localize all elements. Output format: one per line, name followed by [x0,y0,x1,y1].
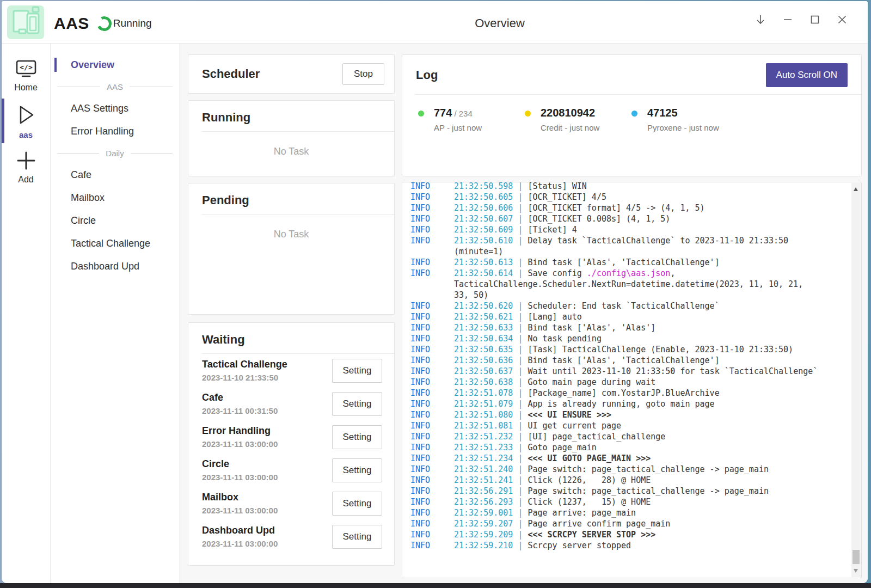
log-line: INFO21:32:50.637 | Wait until 2023-11-10… [410,366,850,377]
sidebar-section-aas: AAS [51,76,179,97]
waiting-task-cafe: Cafe2023-11-11 00:31:50Setting [188,387,394,420]
stop-button[interactable]: Stop [342,63,384,85]
log-line: INFO21:32:51.080 | <<< UI ENSURE >>> [410,409,850,420]
setting-button-mailbox[interactable]: Setting [332,492,382,516]
log-line: INFO21:32:59.207 | Page arrive confirm p… [410,518,850,529]
log-line: INFO21:32:51.240 | Page switch: page_tac… [410,464,850,475]
waiting-task-next-run: 2023-11-11 03:00:00 [202,506,278,515]
setting-button-circle[interactable]: Setting [332,458,382,482]
scheduler-card: Scheduler Stop [188,54,395,94]
sidebar-item-tactical-challenge[interactable]: Tactical Challenge [51,232,179,255]
maximize-button[interactable] [801,8,829,32]
app-name: AAS [54,14,89,33]
scroll-up-arrow-icon[interactable] [854,187,858,191]
taskbar-strip [0,583,871,588]
log-line: INFO21:32:50.610 | Delay task `TacticalC… [410,235,850,257]
waiting-task-info: Cafe2023-11-11 00:31:50 [202,392,278,415]
log-line: INFO21:32:50.613 | Bind task ['Alas', 'T… [410,257,850,268]
waiting-task-name: Tactical Challenge [202,359,287,370]
stat-dot-icon [631,111,637,117]
waiting-task-next-run: 2023-11-11 03:00:00 [202,439,278,449]
log-line: INFO21:32:56.291 | Page switch: page_tac… [410,486,850,497]
app-window: AAS Running Overview </> [2,1,868,583]
close-button[interactable] [829,8,856,32]
divider [201,131,394,132]
stat-label: Credit - just now [541,123,629,132]
minimize-button[interactable] [774,8,801,32]
nav-label-home: Home [14,83,38,93]
log-line: INFO21:32:50.633 | Bind task ['Alas', 'A… [410,322,850,333]
waiting-task-circle: Circle2023-11-11 03:00:00Setting [188,454,394,487]
sidebar-item-mailbox[interactable]: Mailbox [51,186,179,209]
sidebar-item-dashboard-upd[interactable]: Dashboard Upd [51,255,179,278]
running-empty-text: No Task [188,146,394,157]
sidebar-item-overview[interactable]: Overview [51,53,179,76]
log-lines: INFO21:32:50.598 | [Status] WININFO21:32… [402,182,852,551]
sidebar-section-daily: Daily [51,143,179,163]
log-line: INFO21:32:51.081 | UI get current page [410,420,850,431]
log-line: INFO21:32:50.620 | Scheduler: End task `… [410,301,850,311]
page-title: Overview [475,16,525,30]
divider [201,214,394,215]
nav-item-home[interactable]: </> Home [2,53,50,97]
log-line: INFO21:32:51.078 | [Package_name] com.Yo… [410,388,850,399]
sidebar-item-error-handling[interactable]: Error Handling [51,120,179,143]
nav-item-aas[interactable]: aas [2,97,50,144]
stat-ap: 774/ 234AP - just now [416,107,523,132]
plus-icon [16,150,36,171]
log-line: INFO21:32:50.634 | No task pending [410,333,850,344]
waiting-task-name: Error Handling [202,425,278,437]
setting-button-error-handling[interactable]: Setting [332,425,382,449]
waiting-task-name: Mailbox [202,492,278,503]
scheduler-title: Scheduler [202,67,260,81]
svg-text:</>: </> [20,63,33,71]
log-line: INFO21:32:51.233 | Goto page_main [410,442,850,453]
log-line: INFO21:32:50.614 | Save config ./config\… [410,268,850,301]
log-line: INFO21:32:51.234 | <<< UI GOTO PAGE_MAIN… [410,453,850,464]
log-line: INFO21:32:50.636 | Bind task ['Alas', 'T… [410,355,850,366]
stat-label: AP - just now [434,123,523,132]
stat-pyroxene: 47125Pyroxene - just now [629,107,736,132]
running-status-label: Running [113,17,152,29]
sidebar-item-cafe[interactable]: Cafe [51,163,179,186]
waiting-title: Waiting [202,333,245,346]
log-line: INFO21:32:50.606 | [OCR_TICKET format] 4… [410,203,850,213]
pending-empty-text: No Task [188,229,394,240]
window-controls [747,8,856,32]
log-title: Log [416,68,438,82]
play-icon [16,103,36,126]
log-line: INFO21:32:59.210 | Scrcpy server stopped [410,540,850,551]
scrollbar-thumb[interactable] [852,550,860,564]
waiting-task-info: Dashboard Upd2023-11-11 03:00:00 [202,525,278,548]
sidebar-item-aas-settings[interactable]: AAS Settings [51,97,179,120]
task-sidebar: OverviewAASAAS SettingsError HandlingDai… [51,44,180,583]
scroll-down-arrow-icon[interactable] [854,569,858,573]
log-line: INFO21:32:56.293 | Click (1237, 15) @ HO… [410,497,850,507]
log-line: INFO21:32:51.232 | [UI] page_tactical_ch… [410,431,850,442]
log-line: INFO21:32:51.241 | Click (1226, 28) @ HO… [410,475,850,486]
stat-dot-icon [525,111,531,117]
waiting-task-name: Dashboard Upd [202,525,278,536]
waiting-task-info: Circle2023-11-11 03:00:00 [202,458,278,482]
log-output[interactable]: INFO21:32:50.598 | [Status] WININFO21:32… [402,182,862,578]
setting-button-tactical-challenge[interactable]: Setting [332,359,382,383]
sidebar-item-circle[interactable]: Circle [51,209,179,232]
waiting-task-tactical-challenge: Tactical Challenge2023-11-10 21:33:50Set… [188,354,394,387]
setting-button-cafe[interactable]: Setting [332,392,382,416]
log-card: Log Auto Scroll ON 774/ 234AP - just now… [402,54,862,176]
setting-button-dashboard-upd[interactable]: Setting [332,525,382,549]
waiting-task-next-run: 2023-11-11 03:00:00 [202,473,278,482]
app-brand: AAS Running [7,5,152,41]
waiting-task-next-run: 2023-11-11 00:31:50 [202,406,278,415]
stat-credit: 220810942Credit - just now [523,107,629,132]
title-bar: AAS Running Overview [2,1,868,44]
log-line: INFO21:32:50.621 | [Lang] auto [410,311,850,322]
log-scrollbar[interactable] [851,183,861,577]
stat-value: 220810942 [541,107,595,119]
update-download-button[interactable] [747,8,774,32]
dashboard-stats: 774/ 234AP - just now220810942Credit - j… [402,95,861,132]
auto-scroll-button[interactable]: Auto Scroll ON [766,63,848,87]
waiting-task-name: Cafe [202,392,278,403]
nav-item-add[interactable]: Add [2,144,50,189]
waiting-card: Waiting Tactical Challenge2023-11-10 21:… [188,322,395,566]
